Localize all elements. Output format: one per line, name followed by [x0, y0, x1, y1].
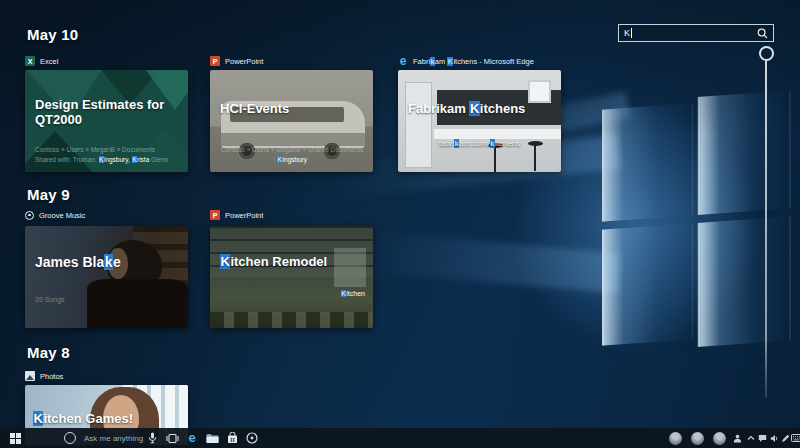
feedback-hub-button[interactable]	[757, 428, 768, 448]
people-icon	[733, 434, 742, 443]
groove-music-icon	[25, 211, 34, 220]
groove-music-icon	[246, 432, 258, 444]
people-bar-button[interactable]	[732, 428, 743, 448]
app-label: Fabrikam Kitchens - Microsoft Edge	[413, 57, 534, 66]
edge-icon: e	[398, 56, 408, 66]
card-header-edge: e Fabrikam Kitchens - Microsoft Edge	[398, 55, 534, 67]
excel-icon: X	[25, 56, 35, 66]
card-header-photos: Photos	[25, 370, 63, 382]
card-title: Kitchen Remodel	[220, 254, 327, 269]
start-button[interactable]	[6, 428, 24, 448]
contact-avatar	[669, 432, 682, 445]
show-hidden-icons-button[interactable]	[745, 428, 756, 448]
card-thumbnail	[210, 226, 373, 328]
card-thumbnail	[25, 226, 188, 328]
cortana-icon	[64, 432, 76, 444]
card-corner-text: Kitchen	[341, 289, 365, 300]
card-title: Design Estimates for QT2000	[35, 97, 175, 128]
card-edge-fabrikam-kitchens[interactable]: Fabrikam Kitchens fabrikam.com/kitchens	[398, 70, 561, 172]
task-view-screen: K May 10 X Excel Design Estimates for QT…	[0, 0, 800, 448]
touch-keyboard-button[interactable]	[790, 428, 800, 448]
search-input[interactable]: K	[618, 24, 774, 42]
task-view-icon	[166, 433, 179, 444]
card-title: Fabrikam Kitchens	[408, 101, 525, 116]
contact-avatar	[691, 432, 704, 445]
card-header-powerpoint: P PowerPoint	[210, 209, 263, 221]
people-contact-button[interactable]	[712, 428, 727, 448]
card-url: fabrikam.com/kitchens	[398, 138, 561, 150]
file-explorer-button[interactable]	[204, 428, 220, 448]
powerpoint-icon: P	[210, 210, 220, 220]
speaker-icon	[770, 434, 779, 443]
keyboard-icon	[791, 434, 800, 442]
pen-icon	[781, 434, 790, 443]
edge-icon: e	[188, 428, 195, 448]
app-label: Photos	[40, 372, 63, 381]
timeline-scrubber-track[interactable]	[765, 61, 767, 398]
card-meta: Contoso » Users » MeganB » Documents Sha…	[35, 145, 183, 165]
card-title: HCI-Events	[220, 101, 289, 116]
card-header-excel: X Excel	[25, 55, 58, 67]
date-group-label: May 10	[27, 26, 78, 43]
windows-start-icon	[10, 433, 21, 444]
groove-music-button[interactable]	[244, 428, 260, 448]
timeline-scrubber-handle[interactable]	[759, 46, 774, 61]
people-contact-button[interactable]	[668, 428, 683, 448]
taskbar-search-field[interactable]: Ask me anything	[84, 428, 143, 448]
task-view-button[interactable]	[164, 428, 180, 448]
card-groove-james-blake[interactable]: James Blake 20 Songs	[25, 226, 188, 328]
card-thumbnail	[398, 70, 561, 172]
edge-taskbar-button[interactable]: e	[184, 428, 200, 448]
microphone-icon	[148, 432, 157, 444]
app-label: PowerPoint	[225, 57, 263, 66]
photos-icon	[25, 371, 35, 381]
date-group-label: May 9	[27, 186, 70, 203]
file-explorer-icon	[206, 433, 219, 444]
search-icon	[757, 28, 768, 39]
contact-avatar	[713, 432, 726, 445]
store-icon	[227, 432, 238, 444]
card-header-groove: Groove Music	[25, 209, 85, 221]
card-title: Kitchen Games!	[33, 411, 133, 426]
app-label: PowerPoint	[225, 211, 263, 220]
card-subtitle: 20 Songs	[35, 295, 65, 306]
app-label: Excel	[40, 57, 58, 66]
microphone-button[interactable]	[145, 428, 159, 448]
powerpoint-icon: P	[210, 56, 220, 66]
taskbar: Ask me anything e	[0, 428, 800, 448]
card-excel-design-estimates[interactable]: Design Estimates for QT2000 Contoso » Us…	[25, 70, 188, 172]
card-header-powerpoint: P PowerPoint	[210, 55, 263, 67]
search-value: K	[624, 28, 630, 38]
text-caret	[631, 28, 632, 38]
card-meta: Contoso » Users » MeganB » Shared Docume…	[218, 145, 366, 165]
date-group-label: May 8	[27, 344, 70, 361]
app-label: Groove Music	[39, 211, 85, 220]
volume-button[interactable]	[769, 428, 780, 448]
people-contact-button[interactable]	[690, 428, 705, 448]
cortana-button[interactable]	[62, 428, 78, 448]
store-button[interactable]	[224, 428, 240, 448]
card-title: James Blake	[35, 254, 121, 271]
card-powerpoint-hci-events[interactable]: HCI-Events Contoso » Users » MeganB » Sh…	[210, 70, 373, 172]
chevron-up-icon	[747, 435, 755, 441]
chat-bubble-icon	[758, 434, 767, 443]
card-powerpoint-kitchen-remodel[interactable]: Kitchen Remodel Kitchen	[210, 226, 373, 328]
